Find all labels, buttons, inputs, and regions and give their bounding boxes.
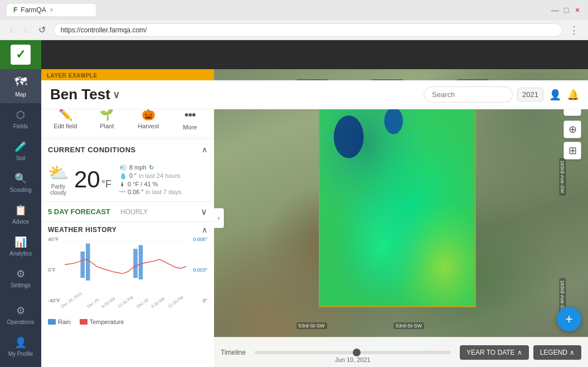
layer-label: LAYER EXAMPLE: [47, 73, 208, 79]
advice-icon: 📋: [14, 204, 27, 216]
tab-close[interactable]: ×: [50, 6, 54, 14]
year-to-date-button[interactable]: YEAR TO DATE ∧: [460, 345, 529, 360]
search-input[interactable]: [424, 86, 513, 103]
app-logo[interactable]: ✓: [0, 40, 41, 69]
sidebar-item-analytics[interactable]: 📊 Analytics: [0, 230, 41, 262]
app-header: Ben Test ∨ 2021 👤 🔔: [41, 80, 588, 109]
legend-label: LEGEND: [540, 349, 567, 356]
browser-tab[interactable]: F FarmQA ×: [7, 4, 96, 16]
ytd-chevron-icon: ∧: [517, 349, 522, 356]
forward-button[interactable]: ›: [21, 24, 30, 36]
left-nav: ✓ 🗺 Map ⬡ Fields 🧪 Soil 🔍 Scouting 📋 Adv…: [0, 40, 41, 367]
forecast-title: 5 DAY FORECAST: [48, 207, 110, 216]
sidebar-item-settings[interactable]: ⚙ Settings: [0, 262, 41, 294]
timeline-label: Timeline: [221, 349, 246, 356]
temperature-unit: °F: [101, 178, 111, 190]
sidebar-item-profile[interactable]: 👤 My Profile: [0, 331, 41, 363]
farm-chevron-icon[interactable]: ∨: [113, 89, 120, 101]
url-bar[interactable]: https://controller.farmqa.com/: [54, 23, 562, 37]
timeline-thumb[interactable]: [353, 349, 361, 356]
weather-history-section: WEATHER HISTORY ∧ 40°F 0°F -40°F 0.006" …: [41, 223, 214, 367]
chart-y-right-top: 0.006": [187, 236, 207, 242]
chart-legend: Rain Temperature: [48, 318, 207, 325]
weather-condition-icon: ⛅: [48, 163, 69, 182]
year-badge[interactable]: 2021: [517, 88, 543, 102]
farm-name[interactable]: Ben Test ∨: [50, 86, 120, 103]
svg-point-12: [334, 115, 364, 158]
sidebar-toggle-icon: ‹: [218, 214, 220, 222]
harvest-button[interactable]: 🎃 Harvest: [129, 105, 168, 133]
weather-chart: 40°F 0°F -40°F 0.006" 0.003" 0": [48, 236, 207, 303]
maximize-button[interactable]: □: [562, 6, 570, 14]
road-label-53rd-bottom-right: 53rd-St-SW: [393, 322, 424, 329]
legend-rain-label: Rain: [58, 318, 71, 325]
sidebar-item-soil[interactable]: 🧪 Soil: [0, 135, 41, 167]
more-button[interactable]: ••• More: [171, 105, 210, 133]
plant-icon: 🌱: [100, 108, 114, 121]
window-controls: — □ ×: [551, 6, 581, 14]
close-button[interactable]: ×: [574, 6, 581, 14]
chart-y-max: 40°F: [48, 236, 64, 242]
profile-icon: 👤: [14, 336, 27, 349]
forecast-toggle[interactable]: ∨: [201, 206, 207, 217]
weather-history-toggle[interactable]: ∧: [202, 225, 207, 234]
fields-icon: ⬡: [16, 109, 25, 121]
field-heatmap: [319, 105, 476, 307]
current-conditions-header: CURRENT CONDITIONS ∧: [41, 141, 214, 158]
soil-icon: 🧪: [14, 141, 27, 153]
rain-7d-stat: 〰 0.06 ″ in last 7 days: [119, 189, 182, 195]
sidebar-item-operations[interactable]: ⚙ Operations: [0, 299, 41, 331]
edit-field-label: Edit field: [54, 123, 77, 129]
forecast-hourly-tab[interactable]: HOURLY: [120, 208, 148, 216]
plant-label: Plant: [100, 123, 114, 129]
conditions-body: ⛅ Partlycloudy 20 °F 💨 8 mph ↻ 💧 0 ″ in …: [41, 158, 214, 200]
svg-rect-4: [86, 244, 90, 281]
timeline-date: Jun 10, 2021: [335, 356, 371, 363]
back-button[interactable]: ‹: [7, 24, 16, 36]
sidebar-item-advice[interactable]: 📋 Advice: [0, 199, 41, 230]
svg-rect-6: [139, 245, 143, 279]
legend-button[interactable]: LEGEND ∧: [533, 345, 581, 360]
sidebar-item-fields[interactable]: ⬡ Fields: [0, 103, 41, 135]
timeline-track[interactable]: Jun 10, 2021: [255, 351, 451, 354]
legend-temp: Temperature: [80, 318, 124, 325]
svg-rect-3: [80, 252, 85, 278]
weather-description: Partlycloudy: [50, 184, 66, 196]
map-icon: 🗺: [14, 75, 27, 89]
chart-y-min: -40°F: [48, 298, 64, 303]
chart-y-mid: 0°F: [48, 267, 64, 273]
legend-rain-color: [48, 319, 56, 325]
sidebar-item-map[interactable]: 🗺 Map: [0, 69, 41, 103]
forecast-header: 5 DAY FORECAST HOURLY ∨: [41, 203, 214, 220]
edit-field-button[interactable]: ✏️ Edit field: [46, 105, 85, 133]
chart-y-right-mid: 0.003": [187, 267, 207, 273]
browser-menu[interactable]: ⋮: [567, 24, 581, 36]
harvest-icon: 🎃: [142, 108, 155, 121]
wind-stat: 💨 8 mph ↻: [119, 164, 182, 171]
road-label-53rd-bottom-left: 53rd-St-SW: [297, 322, 327, 329]
notifications-icon[interactable]: 🔔: [567, 89, 579, 101]
scouting-icon: 🔍: [14, 172, 27, 185]
sidebar-item-scouting[interactable]: 🔍 Scouting: [0, 167, 41, 199]
weather-history-title: WEATHER HISTORY: [48, 226, 116, 234]
ytd-label: YEAR TO DATE: [466, 349, 515, 356]
wind-icon: 💨: [119, 164, 127, 171]
plant-button[interactable]: 🌱 Plant: [88, 105, 127, 133]
current-conditions-title: CURRENT CONDITIONS: [48, 146, 136, 154]
legend-temp-label: Temperature: [90, 318, 124, 325]
add-fab-button[interactable]: +: [557, 307, 581, 331]
rain-7d-value: 0.06 ″: [128, 189, 143, 195]
sidebar-panel: LAYER EXAMPLE ← NE of Trailer 374ac Soyb…: [41, 69, 214, 367]
header-icons: 👤 🔔: [549, 89, 579, 101]
rain-24h-stat: 💧 0 ″ in last 24 hours: [119, 172, 182, 180]
user-icon[interactable]: 👤: [549, 89, 561, 101]
minimize-button[interactable]: —: [551, 6, 559, 14]
legend-temp-color: [80, 319, 88, 325]
rain-icon: 💧: [119, 172, 127, 180]
qr-button[interactable]: ⊞: [563, 142, 581, 160]
locate-button[interactable]: ⊕: [563, 120, 581, 138]
sidebar-toggle-button[interactable]: ‹: [214, 208, 224, 228]
reload-button[interactable]: ↺: [35, 23, 49, 36]
current-conditions-toggle[interactable]: ∧: [202, 145, 207, 154]
chart-svg: [65, 236, 186, 303]
